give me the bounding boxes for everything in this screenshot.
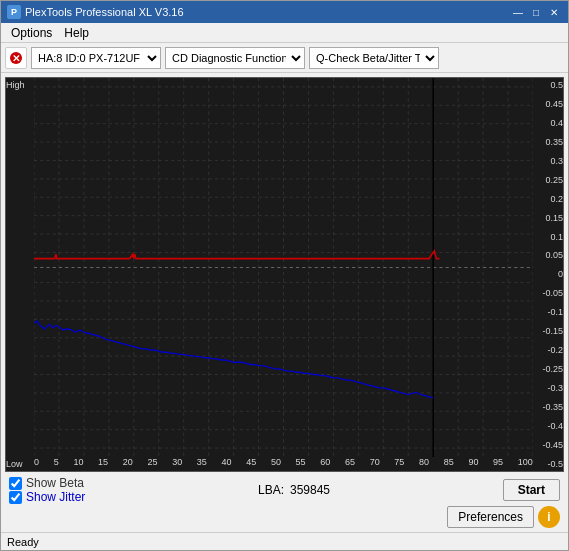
show-beta-checkbox[interactable] (9, 477, 22, 490)
y-right-14: -0.2 (533, 345, 563, 355)
y-right-19: -0.45 (533, 440, 563, 450)
chart-svg-area (34, 78, 533, 457)
x-axis-labels: 0 5 10 15 20 25 30 35 40 45 50 55 60 65 … (34, 457, 533, 471)
title-bar-left: P PlexTools Professional XL V3.16 (7, 5, 184, 19)
bottom-row2: Preferences i (9, 506, 560, 528)
x-label-15: 15 (98, 457, 108, 471)
y-right-20: -0.5 (533, 459, 563, 469)
title-bar: P PlexTools Professional XL V3.16 — □ ✕ (1, 1, 568, 23)
y-right-6: 0.2 (533, 194, 563, 204)
x-label-30: 30 (172, 457, 182, 471)
y-label-low: Low (6, 459, 34, 469)
menu-bar: Options Help (1, 23, 568, 43)
y-right-10: 0 (533, 269, 563, 279)
y-axis-left: High Low (6, 78, 34, 471)
show-jitter-checkbox[interactable] (9, 491, 22, 504)
x-label-10: 10 (73, 457, 83, 471)
y-right-8: 0.1 (533, 232, 563, 242)
maximize-button[interactable]: □ (528, 5, 544, 19)
chart-svg (34, 78, 533, 457)
menu-options[interactable]: Options (5, 24, 58, 42)
y-right-18: -0.4 (533, 421, 563, 431)
x-label-55: 55 (296, 457, 306, 471)
y-right-13: -0.15 (533, 326, 563, 336)
y-right-1: 0.45 (533, 99, 563, 109)
main-window: P PlexTools Professional XL V3.16 — □ ✕ … (0, 0, 569, 551)
toolbar: ✕ HA:8 ID:0 PX-712UF CD Diagnostic Funct… (1, 43, 568, 73)
y-axis-right: 0.5 0.45 0.4 0.35 0.3 0.25 0.2 0.15 0.1 … (533, 78, 563, 471)
y-right-4: 0.3 (533, 156, 563, 166)
y-right-16: -0.3 (533, 383, 563, 393)
back-button[interactable]: ✕ (5, 47, 27, 69)
menu-help[interactable]: Help (58, 24, 95, 42)
bottom-panel: Show Beta Show Jitter LBA: 359845 Start … (1, 472, 568, 532)
bottom-row1: Show Beta Show Jitter LBA: 359845 Start (9, 476, 560, 504)
show-jitter-row: Show Jitter (9, 490, 85, 504)
y-right-17: -0.35 (533, 402, 563, 412)
window-title: PlexTools Professional XL V3.16 (25, 6, 184, 18)
x-label-75: 75 (394, 457, 404, 471)
close-button[interactable]: ✕ (546, 5, 562, 19)
start-button[interactable]: Start (503, 479, 560, 501)
show-beta-row: Show Beta (9, 476, 85, 490)
minimize-button[interactable]: — (510, 5, 526, 19)
show-jitter-label: Show Jitter (26, 490, 85, 504)
x-label-40: 40 (222, 457, 232, 471)
y-right-3: 0.35 (533, 137, 563, 147)
lba-label: LBA: (258, 483, 284, 497)
x-label-5: 5 (54, 457, 59, 471)
x-label-70: 70 (370, 457, 380, 471)
y-right-15: -0.25 (533, 364, 563, 374)
y-label-high: High (6, 80, 34, 90)
show-beta-label: Show Beta (26, 476, 84, 490)
y-right-2: 0.4 (533, 118, 563, 128)
preferences-button[interactable]: Preferences (447, 506, 534, 528)
x-label-50: 50 (271, 457, 281, 471)
status-bar: Ready (1, 532, 568, 550)
info-button[interactable]: i (538, 506, 560, 528)
device-select[interactable]: HA:8 ID:0 PX-712UF (31, 47, 161, 69)
x-label-25: 25 (147, 457, 157, 471)
x-label-60: 60 (320, 457, 330, 471)
svg-text:✕: ✕ (12, 53, 20, 64)
lba-value: 359845 (290, 483, 330, 497)
test-select[interactable]: Q-Check Beta/Jitter Test (309, 47, 439, 69)
function-select[interactable]: CD Diagnostic Functions (165, 47, 305, 69)
y-right-7: 0.15 (533, 213, 563, 223)
x-label-85: 85 (444, 457, 454, 471)
y-right-0: 0.5 (533, 80, 563, 90)
x-label-0: 0 (34, 457, 39, 471)
checkboxes-area: Show Beta Show Jitter (9, 476, 85, 504)
chart-container: High Low 0.5 0.45 0.4 0.35 0.3 0.25 0.2 … (5, 77, 564, 472)
y-right-11: -0.05 (533, 288, 563, 298)
x-label-90: 90 (468, 457, 478, 471)
x-label-20: 20 (123, 457, 133, 471)
app-icon: P (7, 5, 21, 19)
x-label-95: 95 (493, 457, 503, 471)
window-controls: — □ ✕ (510, 5, 562, 19)
x-label-35: 35 (197, 457, 207, 471)
x-label-65: 65 (345, 457, 355, 471)
chart-area: High Low 0.5 0.45 0.4 0.35 0.3 0.25 0.2 … (1, 73, 568, 472)
lba-area: LBA: 359845 (258, 483, 330, 497)
x-label-100: 100 (518, 457, 533, 471)
status-text: Ready (7, 536, 39, 548)
x-label-45: 45 (246, 457, 256, 471)
y-right-5: 0.25 (533, 175, 563, 185)
x-label-80: 80 (419, 457, 429, 471)
y-right-9: 0.05 (533, 250, 563, 260)
y-right-12: -0.1 (533, 307, 563, 317)
